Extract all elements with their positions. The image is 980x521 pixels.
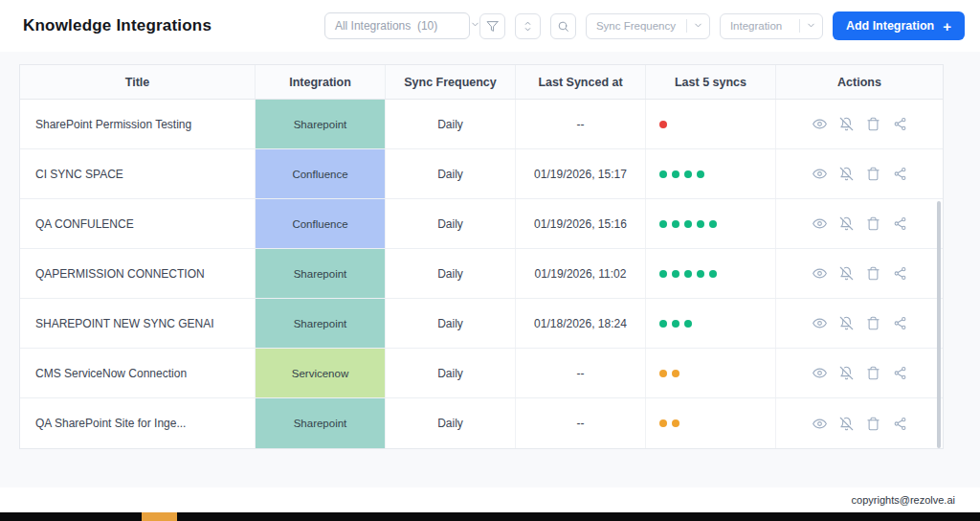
sync-status-dot-green xyxy=(659,220,667,228)
sync-status-dot-green xyxy=(659,170,667,178)
taskbar xyxy=(0,512,980,521)
sync-status-dot-green xyxy=(672,170,679,178)
view-button[interactable] xyxy=(813,417,827,431)
notifications-off-button[interactable] xyxy=(839,417,854,431)
notifications-off-icon xyxy=(839,366,854,380)
view-button[interactable] xyxy=(813,266,827,281)
integrations-filter-value: All Integrations (10) xyxy=(335,19,437,33)
integration-title: CI SYNC SPACE xyxy=(35,168,123,181)
integration-cell: Sharepoint xyxy=(256,398,386,448)
integration-filter[interactable]: Integration xyxy=(720,13,823,39)
table-scrollbar[interactable] xyxy=(937,201,941,448)
notifications-off-icon xyxy=(839,216,854,231)
notifications-off-button[interactable] xyxy=(839,266,854,281)
view-button[interactable] xyxy=(813,366,827,380)
flow-button[interactable] xyxy=(893,316,907,330)
page: Knowledge Integrations All Integrations … xyxy=(0,0,980,521)
notifications-off-button[interactable] xyxy=(839,316,854,330)
integration-title: SHAREPOINT NEW SYNC GENAI xyxy=(35,317,213,330)
delete-button[interactable] xyxy=(866,117,880,131)
sort-button[interactable] xyxy=(515,13,541,39)
delete-button[interactable] xyxy=(866,266,880,281)
integration-title: QA SharePoint Site for Inge... xyxy=(35,417,186,430)
notifications-off-button[interactable] xyxy=(839,167,854,181)
actions-cell xyxy=(776,249,943,298)
delete-button[interactable] xyxy=(866,366,880,380)
view-button[interactable] xyxy=(813,316,827,330)
table-body: SharePoint Permission Testing Sharepoint… xyxy=(20,100,943,448)
sync-status-dot-green xyxy=(697,270,704,278)
search-button[interactable] xyxy=(550,13,576,39)
actions-cell xyxy=(776,349,943,397)
sync-status-dot-green xyxy=(697,170,704,178)
column-header-last-5-syncs: Last 5 syncs xyxy=(646,65,776,99)
chevron-down-icon xyxy=(437,6,479,46)
flow-icon xyxy=(893,167,907,181)
last-synced-cell: 01/19/2026, 11:02 xyxy=(516,249,646,298)
flow-button[interactable] xyxy=(893,366,907,380)
flow-button[interactable] xyxy=(893,266,907,281)
sync-status-dot-green xyxy=(684,170,692,178)
integrations-filter-select[interactable]: All Integrations (10) xyxy=(324,12,470,39)
sync-status-dot-red xyxy=(659,121,667,128)
integration-badge: Sharepoint xyxy=(256,100,385,148)
flow-button[interactable] xyxy=(893,167,907,181)
actions-cell xyxy=(776,199,943,248)
integration-cell: Confluence xyxy=(256,199,386,248)
footer: copyrights@rezolve.ai xyxy=(0,487,980,512)
sync-frequency-cell: Daily xyxy=(386,199,516,248)
flow-button[interactable] xyxy=(893,417,907,431)
sync-status-dot-orange xyxy=(672,419,679,427)
table-header-row: TitleIntegrationSync FrequencyLast Synce… xyxy=(20,65,943,100)
integration-badge: Servicenow xyxy=(256,349,385,397)
delete-button[interactable] xyxy=(866,216,880,231)
column-header-last-synced-at: Last Synced at xyxy=(516,65,646,99)
delete-button[interactable] xyxy=(866,417,880,431)
view-button[interactable] xyxy=(813,117,827,131)
actions-cell xyxy=(776,299,943,348)
flow-icon xyxy=(893,417,907,431)
last-synced-cell: 01/18/2026, 18:24 xyxy=(516,299,646,348)
delete-button[interactable] xyxy=(866,316,880,330)
sync-status-dot-green xyxy=(672,220,679,228)
trash-icon xyxy=(866,216,880,231)
eye-icon xyxy=(813,117,827,131)
add-integration-button[interactable]: Add Integration + xyxy=(833,11,965,40)
trash-icon xyxy=(866,316,880,330)
delete-button[interactable] xyxy=(866,167,880,181)
table-row: SharePoint Permission Testing Sharepoint… xyxy=(20,100,943,149)
sync-frequency-filter[interactable]: Sync Frequency xyxy=(586,13,710,39)
integration-title: CMS ServiceNow Connection xyxy=(35,367,187,380)
notifications-off-button[interactable] xyxy=(839,366,854,380)
last-5-syncs-cell xyxy=(646,299,776,348)
sync-status-dot-green xyxy=(709,270,717,278)
flow-button[interactable] xyxy=(893,216,907,231)
integration-badge: Sharepoint xyxy=(256,398,385,448)
flow-button[interactable] xyxy=(893,117,907,131)
filter-button[interactable] xyxy=(479,13,505,39)
taskbar-item[interactable] xyxy=(142,512,177,521)
notifications-off-button[interactable] xyxy=(839,216,854,231)
integrations-table: TitleIntegrationSync FrequencyLast Synce… xyxy=(19,64,944,449)
integration-cell: Sharepoint xyxy=(256,100,386,148)
flow-icon xyxy=(893,266,907,281)
divider xyxy=(686,19,687,33)
view-button[interactable] xyxy=(813,167,827,181)
search-icon xyxy=(557,20,569,33)
sync-status-dot-green xyxy=(659,320,667,328)
notifications-off-button[interactable] xyxy=(839,117,854,131)
integration-badge: Sharepoint xyxy=(256,299,385,348)
actions-cell xyxy=(776,100,943,148)
notifications-off-icon xyxy=(839,167,854,181)
table-row: QA SharePoint Site for Inge... Sharepoin… xyxy=(20,398,943,448)
table-row: QAPERMISSION CONNECTION Sharepoint Daily… xyxy=(20,249,943,299)
last-synced-cell: -- xyxy=(516,349,646,397)
toolbar-controls: All Integrations (10) xyxy=(324,11,965,40)
last-5-syncs-cell xyxy=(646,349,776,397)
flow-icon xyxy=(893,117,907,131)
notifications-off-icon xyxy=(839,117,854,131)
view-button[interactable] xyxy=(813,216,827,231)
table-row: CI SYNC SPACE Confluence Daily 01/19/202… xyxy=(20,149,943,199)
notifications-off-icon xyxy=(839,316,854,330)
trash-icon xyxy=(866,167,880,181)
